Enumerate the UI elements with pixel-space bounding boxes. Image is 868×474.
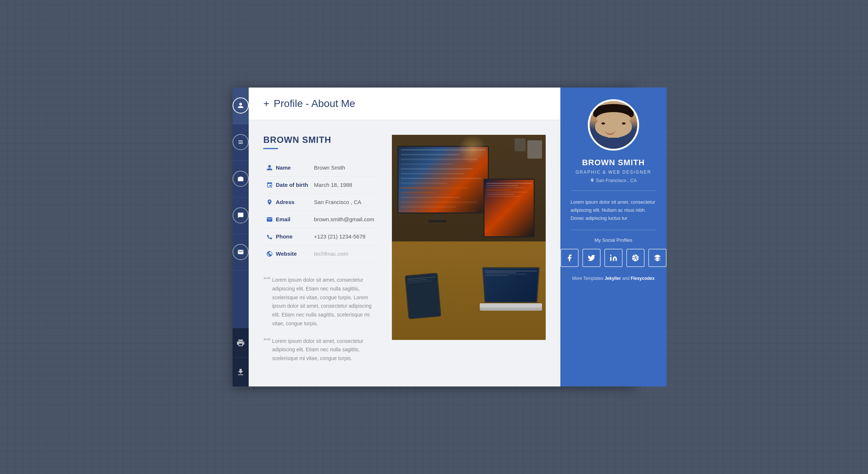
address-value: San Francisco , CA <box>311 193 377 211</box>
address-label: Adress <box>266 199 308 205</box>
page-title: + Profile - About Me <box>263 98 546 110</box>
table-row: Website techfmac.com <box>263 245 377 262</box>
panel-divider-2 <box>571 230 656 230</box>
bio-paragraph-2: Lorem ipsum dolor sit amet, consectetur … <box>263 337 377 363</box>
bio-section: Lorem ipsum dolor sit amet, consectetur … <box>263 276 377 363</box>
panel-name: BROWN SMITH <box>582 158 645 167</box>
sidebar-item-profile[interactable] <box>233 88 249 124</box>
bio-paragraph-1: Lorem ipsum dolor sit amet, consectetur … <box>263 276 377 328</box>
table-row: Phone +123 (21) 1234-5678 <box>263 228 377 245</box>
profile-name-heading: BROWN SMITH <box>263 135 377 145</box>
table-row: Email brown.smith@gmail.com <box>263 211 377 228</box>
dribbble-button[interactable] <box>626 249 645 267</box>
print-button[interactable] <box>233 328 249 357</box>
email-label: Email <box>266 216 308 223</box>
table-row: Adress San Francisco , CA <box>263 193 377 211</box>
website-label: Website <box>266 251 308 257</box>
sidebar-item-contact[interactable] <box>233 234 249 271</box>
social-buttons <box>560 249 667 267</box>
main-content: + Profile - About Me BROWN SMITH <box>249 88 560 386</box>
panel-location: San Francisco , CA <box>590 178 637 183</box>
footer-link1[interactable]: Jekyller <box>605 276 621 281</box>
page-header: + Profile - About Me <box>249 88 560 120</box>
name-value: Brown Smith <box>311 159 377 177</box>
table-row: Name Brown Smith <box>263 159 377 177</box>
title-text: Profile - About Me <box>274 98 355 110</box>
sidebar-nav <box>233 88 249 328</box>
linkedin-button[interactable] <box>604 249 623 267</box>
phone-label: Phone <box>266 233 308 240</box>
right-photo <box>392 135 546 372</box>
svg-point-0 <box>610 255 612 256</box>
name-underline <box>263 148 278 149</box>
sidebar-bottom <box>233 328 249 386</box>
dob-label: Date of birth <box>266 182 308 188</box>
panel-title: GRAPHIC & WEB DESIGNER <box>575 170 651 175</box>
panel-divider-1 <box>571 190 656 191</box>
panel-footer: More Templates Jekyller and Flexycodex <box>565 276 662 281</box>
content-body: BROWN SMITH Name <box>249 120 560 386</box>
info-table: Name Brown Smith <box>263 159 377 263</box>
panel-bio: Lorem ipsum dolor sit amet, consectetur … <box>560 198 667 222</box>
contact-icon <box>233 244 249 260</box>
email-value: brown.smith@gmail.com <box>311 211 377 228</box>
resume-icon <box>233 134 249 150</box>
portfolio-icon <box>233 171 249 187</box>
sidebar-item-resume[interactable] <box>233 124 249 161</box>
app-container: + Profile - About Me BROWN SMITH <box>233 88 635 386</box>
avatar <box>588 99 639 151</box>
blog-icon <box>233 207 249 223</box>
facebook-button[interactable] <box>560 249 579 267</box>
social-heading: My Social Profiles <box>594 237 632 243</box>
table-row: Date of birth March 18, 1988 <box>263 176 377 193</box>
title-plus: + <box>263 98 269 110</box>
right-panel: BROWN SMITH GRAPHIC & WEB DESIGNER San F… <box>560 88 667 386</box>
footer-link2[interactable]: Flexycodex <box>631 276 654 281</box>
phone-value: +123 (21) 1234-5678 <box>311 228 377 245</box>
dob-value: March 18, 1988 <box>311 176 377 193</box>
sidebar-item-portfolio[interactable] <box>233 161 249 197</box>
profile-photo <box>392 135 546 340</box>
layers-button[interactable] <box>648 249 667 267</box>
name-label: Name <box>266 164 308 171</box>
left-sidebar <box>233 88 249 386</box>
download-button[interactable] <box>233 357 249 386</box>
sidebar-item-blog[interactable] <box>233 197 249 234</box>
website-value: techfmac.com <box>311 245 377 262</box>
person-icon <box>233 97 249 114</box>
left-info: BROWN SMITH Name <box>263 135 377 372</box>
twitter-button[interactable] <box>582 249 601 267</box>
